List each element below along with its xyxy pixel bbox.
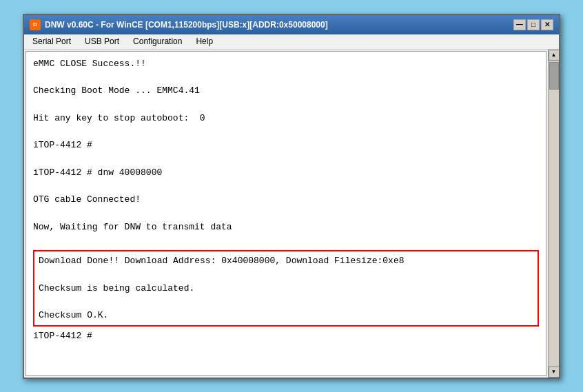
title-bar: D DNW v0.60C - For WinCE [COM1,115200bps…: [24, 15, 559, 34]
terminal-line-9: [33, 179, 539, 193]
terminal-line-download: Download Done!! Download Address: 0x4000…: [39, 254, 533, 268]
app-icon: D: [30, 19, 41, 30]
content-area: eMMC CLOSE Success.!! Checking Boot Mode…: [24, 50, 559, 378]
terminal-line-5: [33, 125, 539, 138]
terminal-line-7: [33, 152, 539, 166]
close-button[interactable]: ✕: [541, 19, 553, 30]
maximize-button[interactable]: □: [527, 19, 540, 30]
terminal-line-2: Checking Boot Mode ... EMMC4.41: [33, 84, 539, 98]
terminal-line-gap1: [39, 268, 533, 282]
terminal-line-3: [33, 98, 539, 112]
highlighted-section: Download Done!! Download Address: 0x4000…: [33, 250, 539, 327]
menu-bar: Serial Port USB Port Configuration Help: [24, 34, 559, 50]
terminal-line-6: iTOP-4412 #: [33, 138, 539, 152]
scroll-up-button[interactable]: ▲: [549, 50, 560, 61]
terminal-line-8: iTOP-4412 # dnw 40008000: [33, 166, 539, 180]
minimize-button[interactable]: —: [513, 19, 526, 30]
menu-serial-port[interactable]: Serial Port: [27, 35, 76, 48]
terminal-line-1: [33, 70, 539, 84]
terminal-line-checksum-calc: Checksum is being calculated.: [39, 282, 533, 296]
menu-help[interactable]: Help: [190, 35, 218, 48]
main-window: D DNW v0.60C - For WinCE [COM1,115200bps…: [23, 14, 560, 379]
scroll-thumb[interactable]: [549, 62, 559, 90]
terminal-line-prompt: iTOP-4412 #: [33, 329, 539, 343]
window-controls: — □ ✕: [513, 19, 553, 30]
menu-usb-port[interactable]: USB Port: [79, 35, 125, 48]
terminal-line-10: OTG cable Connected!: [33, 193, 539, 207]
terminal-line-checksum-ok: Checksum O.K.: [39, 309, 533, 322]
window-title: DNW v0.60C - For WinCE [COM1,115200bps][…: [45, 20, 328, 30]
title-bar-left: D DNW v0.60C - For WinCE [COM1,115200bps…: [30, 19, 328, 30]
scroll-down-button[interactable]: ▼: [549, 367, 560, 378]
terminal-line-0: eMMC CLOSE Success.!!: [33, 57, 539, 71]
terminal-line-11: [33, 207, 539, 220]
menu-configuration[interactable]: Configuration: [127, 35, 187, 48]
terminal-output[interactable]: eMMC CLOSE Success.!! Checking Boot Mode…: [25, 51, 546, 376]
terminal-line-gap2: [39, 295, 533, 309]
scroll-track[interactable]: [549, 61, 559, 367]
scrollbar[interactable]: ▲ ▼: [548, 50, 559, 378]
terminal-line-13: [33, 234, 539, 247]
terminal-line-12: Now, Waiting for DNW to transmit data: [33, 220, 539, 234]
terminal-line-4: Hit any key to stop autoboot: 0: [33, 112, 539, 125]
